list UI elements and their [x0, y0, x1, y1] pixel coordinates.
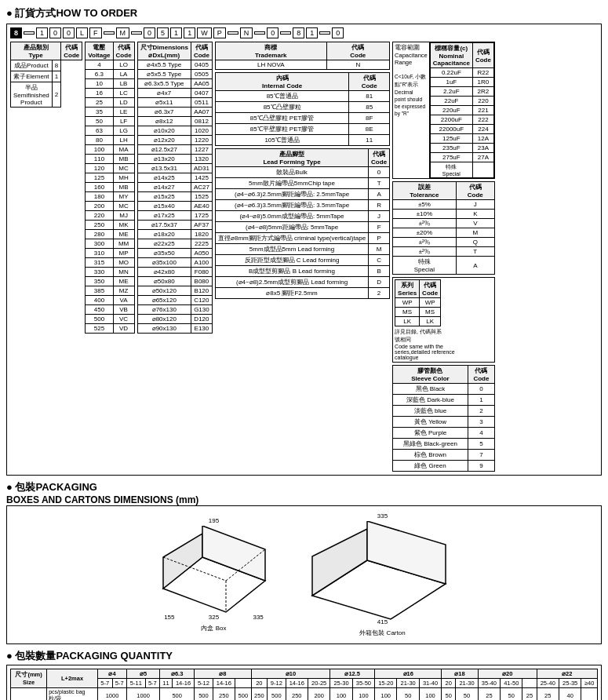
pcs-bag-label: pcs/plastic bag粒/袋 — [47, 688, 98, 701]
dim-code-header: 代碼Code — [191, 42, 212, 60]
packaging-section: ● 包裝PACKAGING BOXES AND CARTONS DIMENSIO… — [6, 480, 602, 644]
type-semi-code: 2 — [52, 82, 60, 108]
type-element: 素子Element — [11, 71, 53, 82]
quantity-section: ● 包裝數量PACKAGING QUANTITY 尺寸(mm)Size L+2m… — [6, 649, 602, 700]
svg-marker-2 — [202, 526, 265, 581]
voltage-section: 電壓Voltage代碼Code 4LO 6.3LA 10LB 16LC 25LD… — [85, 42, 134, 334]
capacitance-block: 電容範圍CapacitanceRangeC<10uF, 小數點"R"表示Deci… — [392, 42, 495, 179]
code-box-W: W — [197, 27, 212, 38]
cap-range-label: 電容範圍CapacitanceRangeC<10uF, 小數點"R"表示Deci… — [393, 42, 430, 178]
code-box-empty5 — [254, 31, 265, 35]
code-box-1b: 1 — [170, 27, 182, 38]
type-header: 產品類別Type — [11, 42, 61, 60]
type-element-code: 1 — [52, 71, 60, 82]
code-box-0c: 0 — [144, 27, 155, 38]
voltage-header: 電壓Voltage — [86, 42, 113, 60]
outer-box-svg — [304, 521, 461, 623]
code-box-1: 1 — [36, 27, 48, 38]
inner-box-label: 內盒 Box — [147, 624, 281, 633]
svg-marker-7 — [312, 529, 367, 596]
dimensions-section: 尺寸Dimensions⌀DxL(mm)代碼Code ⌀4x5.5 Type04… — [137, 42, 213, 334]
quantity-table-container: 尺寸(mm)Size L+2max ⌀4 ⌀5 ⌀6.3 ⌀8 ⌀10 ⌀12.… — [6, 665, 602, 700]
outer-box-label: 外箱包裝 Carton — [304, 629, 461, 637]
code-box-8b: 8 — [293, 27, 304, 38]
code-box-M: M — [116, 27, 130, 38]
series-block: 系列Series代碼Code WPWP MSMS LKLK 詳見目錄, 代碼與系… — [392, 277, 495, 363]
code-box-empty2 — [104, 31, 115, 35]
code-box-5: 5 — [157, 27, 169, 38]
type-code-header: 代碼Code — [61, 42, 82, 60]
sleeve-color-table: 膠管顏色Sleeve Color代碼Code 黑色 Black0 深藍色 Dar… — [392, 365, 495, 472]
tolerance-table: 誤差Tolerance代碼Code ±5%J ±10%K ±²⁰⁄₀V ±20%… — [392, 181, 495, 275]
lead-forming-table: 產品腳型Lead Forming Type代碼Code 散裝品Bulk0 5mm… — [215, 148, 390, 299]
code-boxes-row: 8 1 0 0 L F M 0 5 1 1 W P N 0 — [10, 27, 598, 38]
d22-header: ⌀22 — [537, 669, 597, 679]
type-semi: 半品SemifinishedProduct — [11, 82, 53, 108]
qty-label: 數量Quantity — [11, 688, 47, 701]
d16-header: ⌀16 — [375, 669, 442, 679]
inner-box-svg — [147, 526, 281, 620]
capacitance-table: 標稱容量(c)NominalCapacitance代碼Code 0.22uFR2… — [430, 42, 494, 178]
series-note: 詳見目錄, 代碼與系號相同Code same with theseries,de… — [395, 328, 493, 360]
packaging-content: 195 155 325 335 內盒 Box — [6, 505, 602, 644]
d63-header: ⌀6.3 — [160, 669, 195, 679]
code-box-0e: 0 — [332, 27, 344, 38]
svg-marker-8 — [367, 521, 446, 584]
series-table: 系列Series代碼Code WPWP MSMS LKLK — [395, 279, 441, 326]
order-tables: 產品類別Type代碼Code 成品Product8 素子Element1 半品S… — [10, 42, 598, 472]
main-container: ● 訂貨方式HOW TO ORDER 8 1 0 0 L F M 0 5 1 1… — [6, 6, 602, 700]
inner-box-dims: 155 325 335 — [147, 614, 281, 621]
right-tables: 商標Trademark代碼Code LH NOVAN 內碼Internal Co… — [215, 42, 390, 299]
code-box-empty3 — [131, 31, 142, 35]
code-box-N: N — [240, 27, 253, 38]
dimensions-table: 尺寸Dimensions⌀DxL(mm)代碼Code ⌀4x5.5 Type04… — [137, 42, 213, 334]
type-table: 產品類別Type代碼Code 成品Product8 素子Element1 半品S… — [10, 42, 82, 108]
d18-header: ⌀18 — [442, 669, 478, 679]
how-to-order-title: ● 訂貨方式HOW TO ORDER — [6, 6, 602, 20]
size-header: 尺寸(mm)Size — [11, 669, 47, 688]
dim-335-top: 335 — [304, 512, 461, 520]
code-box-L: L — [76, 27, 88, 38]
voltage-table: 電壓Voltage代碼Code 4LO 6.3LA 10LB 16LC 25LD… — [85, 42, 134, 334]
code-box-F: F — [89, 27, 102, 38]
d125-header: ⌀12.5 — [330, 669, 375, 679]
packaging-title: ● 包裝PACKAGING — [6, 480, 602, 494]
code-box-0b: 0 — [63, 27, 75, 38]
d5-header: ⌀5 — [127, 669, 160, 679]
inner-box-diagram: 195 155 325 335 內盒 Box — [147, 517, 281, 633]
code-box-empty1 — [24, 31, 35, 35]
type-product-code: 8 — [52, 60, 60, 71]
svg-marker-1 — [163, 534, 202, 589]
code-box-empty6 — [280, 31, 291, 35]
code-box-empty7 — [319, 31, 330, 35]
d4-header: ⌀4 — [97, 669, 126, 679]
code-box-P: P — [213, 27, 226, 38]
quantity-title: ● 包裝數量PACKAGING QUANTITY — [6, 649, 602, 663]
code-box-1d: 1 — [306, 27, 318, 38]
packaging-title2: BOXES AND CARTONS DIMENSIONS (mm) — [6, 494, 602, 505]
code-box-empty4 — [228, 31, 238, 35]
type-section: 產品類別Type代碼Code 成品Product8 素子Element1 半品S… — [10, 42, 82, 108]
code-box-8: 8 — [10, 27, 22, 38]
internal-code-table: 內碼Internal Code代碼Code 85℃普通品81 85℃凸壁膠粒85… — [215, 72, 390, 146]
code-box-0d: 0 — [267, 27, 279, 38]
outer-box-diagram: 335 415 外箱包裝 Carton — [304, 512, 461, 637]
dim-195: 195 — [147, 517, 281, 524]
code-box-1c: 1 — [184, 27, 195, 38]
dim-header: 尺寸Dimensions⌀DxL(mm) — [137, 42, 191, 60]
cap-tol-series: 電容範圍CapacitanceRangeC<10uF, 小數點"R"表示Deci… — [392, 42, 495, 472]
how-to-order-section: ● 訂貨方式HOW TO ORDER 8 1 0 0 L F M 0 5 1 1… — [6, 6, 602, 476]
voltage-code-header: 代碼Code — [113, 42, 134, 60]
quantity-table: 尺寸(mm)Size L+2max ⌀4 ⌀5 ⌀6.3 ⌀8 ⌀10 ⌀12.… — [10, 669, 598, 700]
v-4: 4 — [86, 60, 113, 70]
code-box-0: 0 — [49, 27, 61, 38]
d10-header: ⌀10 — [251, 669, 330, 679]
d8-header: ⌀8 — [195, 669, 251, 679]
trademark-table: 商標Trademark代碼Code LH NOVAN — [215, 42, 390, 70]
d20-header: ⌀20 — [478, 669, 537, 679]
type-product: 成品Product — [11, 60, 53, 71]
subsize-header: L+2max — [47, 669, 98, 688]
